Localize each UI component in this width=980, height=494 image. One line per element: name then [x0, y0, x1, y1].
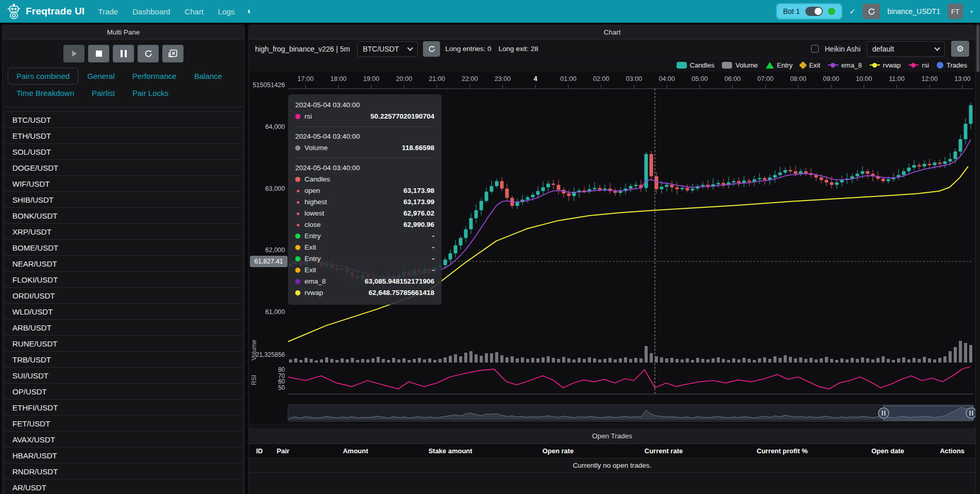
tab-performance[interactable]: Performance [124, 68, 185, 85]
y-axis-tick-label: 61,000 [265, 308, 285, 316]
user-menu-caret-icon[interactable]: ▾ [970, 9, 973, 14]
start-bot-button[interactable] [63, 45, 85, 62]
x-axis-tick-label: 17:00 [297, 75, 313, 83]
datazoom-handle[interactable] [966, 408, 975, 418]
legend-item-volume[interactable]: Volume [722, 61, 757, 69]
tooltip-value: 62,976.02 [403, 208, 434, 219]
pair-list-item[interactable]: AR/USDT [4, 480, 243, 494]
series-marker-icon [295, 290, 300, 295]
x-axis-tick-label: 10:00 [856, 75, 872, 83]
legend-label: Entry [777, 61, 792, 69]
x-axis-tick-label: 08:00 [790, 75, 806, 83]
y-axis-upper-label: 515051426 [252, 81, 285, 89]
plot-config-select[interactable]: default [867, 41, 945, 57]
pair-list-item[interactable]: TRB/USDT [4, 352, 243, 368]
scrollbar-thumb[interactable] [976, 25, 979, 72]
tab-general[interactable]: General [78, 68, 123, 85]
y-axis-tick-label: 62,000 [265, 246, 285, 254]
x-axis-tick-label: 03:00 [626, 75, 642, 83]
tab-time-breakdown[interactable]: Time Breakdown [8, 85, 83, 102]
page-scrollbar[interactable] [976, 23, 980, 494]
plot-settings-button[interactable]: ⚙ [951, 41, 969, 57]
pause-icon [121, 50, 127, 57]
pair-list-item[interactable]: FET/USDT [4, 416, 243, 432]
user-avatar[interactable]: FT [948, 4, 963, 19]
x-axis-tick-label: 13:00 [954, 75, 970, 83]
tab-balance[interactable]: Balance [185, 68, 231, 85]
pair-list-item[interactable]: BTC/USDT [4, 112, 243, 128]
pair-list-item[interactable]: HBAR/USDT [4, 448, 243, 464]
account-name: binance_USDT1 [887, 7, 940, 15]
tooltip-label: Entry [305, 230, 321, 242]
pair-list-item[interactable]: XRP/USDT [4, 224, 243, 240]
tab-pairlist[interactable]: Pairlist [83, 85, 124, 102]
pair-select[interactable]: BTC/USDT [357, 41, 418, 57]
pair-list-item[interactable]: ETHFI/USDT [4, 400, 243, 416]
legend-item-rsi[interactable]: rsi [908, 61, 929, 69]
refresh-chart-button[interactable] [423, 41, 440, 57]
menu-item-logs[interactable]: Logs [218, 7, 235, 16]
pair-list-item[interactable]: FLOKI/USDT [4, 272, 243, 288]
reload-bot-button[interactable] [863, 4, 880, 19]
legend-item-candles[interactable]: Candles [677, 61, 715, 69]
pair-list-item[interactable]: WLD/USDT [4, 304, 243, 320]
stop-bot-button[interactable] [88, 45, 109, 62]
legend-item-entry[interactable]: Entry [766, 61, 792, 69]
pair-list-item[interactable]: SUI/USDT [4, 368, 243, 384]
menu-item-chart[interactable]: Chart [184, 7, 204, 16]
brand[interactable]: Freqtrade UI [7, 4, 85, 19]
pair-list-item[interactable]: RUNE/USDT [4, 336, 243, 352]
tooltip-row-rsi: rsi50.22577020190704 [295, 111, 434, 122]
candlestick-chart[interactable]: 17:0018:0019:0020:0021:0022:0023:00401:0… [249, 72, 975, 423]
pause-bot-button[interactable] [113, 45, 134, 62]
pair-list-item[interactable]: ETH/USDT [4, 128, 243, 144]
freqtrade-app: Freqtrade UI TradeDashboardChartLogs ◐ B… [0, 0, 980, 494]
tooltip-label: Exit [305, 242, 316, 253]
pair-list-item[interactable]: BONK/USDT [4, 208, 243, 224]
bot-selector[interactable]: Bot 1 [776, 3, 842, 20]
heikin-ashi-checkbox[interactable] [811, 45, 819, 53]
pair-list-item[interactable]: BOME/USDT [4, 240, 243, 256]
tab-pair-locks[interactable]: Pair Locks [124, 85, 177, 102]
entry-swatch-icon [766, 62, 774, 69]
chevron-down-icon [408, 45, 413, 51]
pair-list-item[interactable]: NEAR/USDT [4, 256, 243, 272]
legend-label: rsi [922, 61, 929, 69]
pair-list-item[interactable]: RNDR/USDT [4, 464, 243, 480]
column-header-id: ID [249, 447, 269, 455]
menu-item-dashboard[interactable]: Dashboard [132, 7, 170, 16]
x-axis-tick-label: 19:00 [363, 75, 379, 83]
legend-item-trades[interactable]: Trades [937, 61, 967, 69]
toolbar-right: Heikin Ashi default ⚙ [811, 41, 969, 57]
pair-list-item[interactable]: OP/USDT [4, 384, 243, 400]
datazoom-selected-range [884, 406, 973, 420]
pair-list-item[interactable]: SOL/USDT [4, 144, 243, 160]
pair-list-item[interactable]: WIF/USDT [4, 176, 243, 192]
tooltip-label: open [305, 185, 320, 196]
tooltip-label: ema_8 [305, 276, 326, 287]
legend-label: ema_8 [841, 61, 862, 69]
refresh-icon [868, 8, 875, 15]
column-header-current-rate: Current rate [610, 447, 718, 455]
forceexit-all-button[interactable] [162, 45, 183, 62]
theme-toggle-icon[interactable]: ◐ [247, 6, 252, 17]
pair-list-item[interactable]: DOGE/USDT [4, 160, 243, 176]
tooltip-row-highest: highest63,173.99 [295, 196, 434, 208]
refresh-icon [428, 45, 435, 53]
tab-pairs-combined[interactable]: Pairs combined [8, 68, 78, 85]
pair-list-item[interactable]: ORDI/USDT [4, 288, 243, 304]
legend-item-ema_8[interactable]: ema_8 [828, 61, 862, 69]
legend-item-exit[interactable]: Exit [800, 61, 820, 69]
reload-config-button[interactable] [138, 45, 159, 62]
pair-list-item[interactable]: AVAX/USDT [4, 432, 243, 448]
pair-list-item[interactable]: SHIB/USDT [4, 192, 243, 208]
open-trades-title: Open Trades [249, 429, 975, 444]
pair-list-item[interactable]: ARB/USDT [4, 320, 243, 336]
pair-select-value: BTC/USDT [363, 45, 399, 53]
bot-enable-toggle[interactable] [805, 7, 823, 16]
menu-item-trade[interactable]: Trade [98, 7, 118, 16]
legend-item-rvwap[interactable]: rvwap [870, 61, 901, 69]
chart-tooltip: 2024-05-04 03:40:00rsi50.225770201907042… [288, 94, 442, 305]
legend-label: rvwap [883, 61, 901, 69]
datazoom-handle[interactable] [878, 408, 889, 418]
